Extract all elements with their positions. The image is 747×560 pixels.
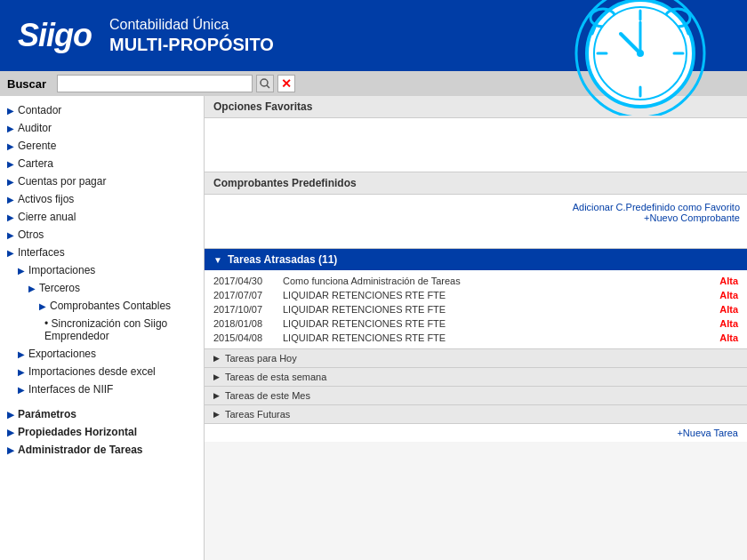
nueva-tarea-link[interactable]: +Nueva Tarea <box>205 424 747 442</box>
header-subtitle: Contabilidad Única MULTI-PROPÓSITO <box>109 16 274 54</box>
add-predefinido-link[interactable]: Adicionar C.Predefinido como Favorito <box>212 202 740 212</box>
sidebar-item-administrador[interactable]: ▶ Administrador de Tareas <box>0 441 204 459</box>
tareas-semana-section[interactable]: ▶ Tareas de esta semana <box>205 368 747 387</box>
tri-icon: ▶ <box>213 354 220 363</box>
tarea-row: 2017/07/07 LIQUIDAR RETENCIONES RTE FTE … <box>205 288 747 302</box>
sidebar-item-comprobantes-contables[interactable]: ▶ Comprobantes Contables <box>0 297 204 315</box>
sidebar-item-cartera[interactable]: ▶ Cartera <box>0 155 204 172</box>
triangle-icon: ▼ <box>213 255 222 265</box>
comprobantes-body: Adicionar C.Predefinido como Favorito +N… <box>205 195 747 248</box>
sidebar-item-terceros[interactable]: ▶ Terceros <box>0 279 204 297</box>
tareas-hoy-section[interactable]: ▶ Tareas para Hoy <box>205 349 747 368</box>
sidebar-item-auditor[interactable]: ▶ Auditor <box>0 119 204 137</box>
tareas-atrasadas-header[interactable]: ▼ Tareas Atrasadas (11) <box>205 249 747 270</box>
tarea-desc: LIQUIDAR RETENCIONES RTE FTE <box>283 332 712 343</box>
tarea-priority: Alta <box>719 332 738 343</box>
tareas-atrasadas-title: Tareas Atrasadas (11) <box>228 253 337 266</box>
sidebar-item-exportaciones[interactable]: ▶ Exportaciones <box>0 345 204 363</box>
sidebar-item-parametros[interactable]: ▶ Parámetros <box>0 405 204 423</box>
tarea-desc: LIQUIDAR RETENCIONES RTE FTE <box>283 304 712 315</box>
search-label: Buscar <box>7 77 46 91</box>
tareas-mes-section[interactable]: ▶ Tareas de este Mes <box>205 387 747 405</box>
tareas-futuras-label: Tareas Futuras <box>225 409 290 420</box>
clock-decoration <box>569 0 711 116</box>
tarea-row: 2017/04/30 Como funciona Administración … <box>205 274 747 288</box>
tarea-date: 2017/04/30 <box>213 276 276 286</box>
tarea-date: 2017/10/07 <box>213 304 276 315</box>
svg-point-12 <box>637 50 644 57</box>
tareas-atrasadas-body: 2017/04/30 Como funciona Administración … <box>205 270 747 348</box>
sidebar-item-cuentas-por-pagar[interactable]: ▶ Cuentas por pagar <box>0 172 204 190</box>
sidebar-item-importaciones-excel[interactable]: ▶ Importaciones desde excel <box>0 363 204 380</box>
svg-point-14 <box>261 79 268 86</box>
tarea-desc: Como funciona Administración de Tareas <box>283 276 712 286</box>
tarea-row: 2015/04/08 LIQUIDAR RETENCIONES RTE FTE … <box>205 331 747 345</box>
tarea-desc: LIQUIDAR RETENCIONES RTE FTE <box>283 290 712 300</box>
sidebar: ▶ Contador ▶ Auditor ▶ Gerente ▶ Cartera… <box>0 96 205 560</box>
search-input[interactable] <box>57 75 253 92</box>
tarea-priority: Alta <box>719 318 738 329</box>
tareas-mes-label: Tareas de este Mes <box>225 390 310 401</box>
subtitle-line2: MULTI-PROPÓSITO <box>109 34 274 55</box>
tareas-hoy-label: Tareas para Hoy <box>225 353 297 364</box>
sidebar-item-cierre-anual[interactable]: ▶ Cierre anual <box>0 208 204 226</box>
svg-line-15 <box>267 85 269 88</box>
tarea-date: 2015/04/08 <box>213 332 276 343</box>
nuevo-comprobante-link[interactable]: +Nuevo Comprobante <box>212 212 740 223</box>
tarea-desc: LIQUIDAR RETENCIONES RTE FTE <box>283 318 712 329</box>
opciones-favoritas-body <box>205 118 747 172</box>
sidebar-item-sincronizacion[interactable]: • Sincronización con Siigo Emprendedor <box>0 315 204 345</box>
sidebar-item-importaciones[interactable]: ▶ Importaciones <box>0 261 204 279</box>
comprobantes-section: Comprobantes Predefinidos Adicionar C.Pr… <box>205 172 747 249</box>
main-layout: ▶ Contador ▶ Auditor ▶ Gerente ▶ Cartera… <box>0 96 747 560</box>
search-button[interactable] <box>256 75 274 92</box>
tarea-date: 2018/01/08 <box>213 318 276 329</box>
search-icon <box>260 78 270 89</box>
subtitle-line1: Contabilidad Única <box>109 16 274 33</box>
sidebar-item-gerente[interactable]: ▶ Gerente <box>0 137 204 155</box>
tri-icon: ▶ <box>213 410 220 419</box>
sidebar-item-propiedades[interactable]: ▶ Propiedades Horizontal <box>0 423 204 441</box>
sidebar-item-contador[interactable]: ▶ Contador <box>0 101 204 119</box>
tri-icon: ▶ <box>213 372 220 381</box>
comprobantes-header: Comprobantes Predefinidos <box>205 172 747 195</box>
sidebar-item-interfaces-niif[interactable]: ▶ Interfaces de NIIF <box>0 380 204 398</box>
tri-icon: ▶ <box>213 391 220 400</box>
logo: Siigo <box>18 17 92 54</box>
tareas-futuras-section[interactable]: ▶ Tareas Futuras <box>205 405 747 424</box>
sidebar-item-activos-fijos[interactable]: ▶ Activos fijos <box>0 190 204 208</box>
tarea-priority: Alta <box>719 290 738 300</box>
tareas-semana-label: Tareas de esta semana <box>225 372 326 382</box>
tarea-priority: Alta <box>719 276 738 286</box>
tareas-atrasadas-section: ▼ Tareas Atrasadas (11) 2017/04/30 Como … <box>205 249 747 349</box>
content-area: Opciones Favoritas Comprobantes Predefin… <box>205 96 747 560</box>
tarea-priority: Alta <box>719 304 738 315</box>
search-close-button[interactable]: ✕ <box>277 75 295 92</box>
header: Siigo Contabilidad Única MULTI-PROPÓSITO <box>0 0 747 71</box>
tarea-row: 2017/10/07 LIQUIDAR RETENCIONES RTE FTE … <box>205 302 747 316</box>
sidebar-item-otros[interactable]: ▶ Otros <box>0 226 204 244</box>
sidebar-divider <box>0 398 204 405</box>
tarea-date: 2017/07/07 <box>213 290 276 300</box>
tarea-row: 2018/01/08 LIQUIDAR RETENCIONES RTE FTE … <box>205 316 747 331</box>
sidebar-item-interfaces[interactable]: ▶ Interfaces <box>0 244 204 261</box>
